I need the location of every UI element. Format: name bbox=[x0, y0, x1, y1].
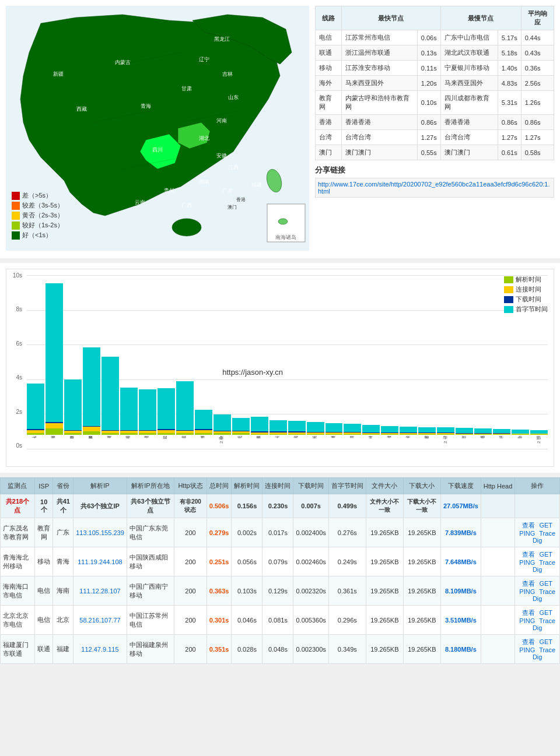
action-查看[interactable]: 查看 bbox=[522, 609, 535, 616]
bar-group[interactable]: 贵州 bbox=[102, 357, 119, 449]
action-dig[interactable]: Dig bbox=[533, 653, 542, 660]
bar-stack[interactable] bbox=[176, 381, 194, 435]
bar-stack[interactable] bbox=[120, 388, 138, 435]
action-dig[interactable]: Dig bbox=[533, 537, 542, 544]
row-ip[interactable]: 112.47.9.115 bbox=[74, 635, 127, 664]
bar-stack[interactable] bbox=[288, 421, 306, 435]
action-trace[interactable]: Trace bbox=[539, 617, 555, 624]
bar-group[interactable]: 兰州 bbox=[344, 424, 361, 449]
speed-line: 香港 bbox=[316, 115, 342, 130]
bar-group[interactable]: 吉林 bbox=[381, 426, 398, 449]
svg-text:内蒙古: 内蒙古 bbox=[115, 59, 131, 65]
bar-group[interactable]: 广州 bbox=[288, 421, 306, 449]
bar-stack[interactable] bbox=[64, 379, 82, 435]
bar-stack[interactable] bbox=[344, 424, 361, 435]
action-查看[interactable]: 查看 bbox=[522, 638, 535, 645]
bar-stack[interactable] bbox=[530, 430, 548, 435]
action-get[interactable]: GET bbox=[539, 551, 552, 558]
bar-stack[interactable] bbox=[437, 427, 454, 435]
action-查看[interactable]: 查看 bbox=[522, 551, 535, 558]
bar-group[interactable]: 湖北 bbox=[139, 389, 156, 449]
action-get[interactable]: GET bbox=[539, 638, 552, 645]
bar-stack[interactable] bbox=[362, 425, 380, 435]
bar-stack[interactable] bbox=[418, 427, 436, 435]
ip-link[interactable]: 112.47.9.115 bbox=[81, 646, 118, 653]
action-trace[interactable]: Trace bbox=[539, 646, 555, 653]
ip-link[interactable]: 111.12.28.107 bbox=[79, 588, 120, 595]
bar-stack[interactable] bbox=[102, 357, 119, 435]
action-ping[interactable]: PING bbox=[519, 530, 535, 537]
bar-group[interactable]: 浙江2 bbox=[530, 430, 548, 449]
action-dig[interactable]: Dig bbox=[533, 566, 542, 573]
action-trace[interactable]: Trace bbox=[539, 559, 555, 566]
bar-stack[interactable] bbox=[456, 428, 473, 435]
action-ping[interactable]: PING bbox=[519, 559, 535, 566]
row-ip[interactable]: 111.19.244.108 bbox=[74, 547, 127, 576]
speed-fastest-time: 0.13s bbox=[417, 45, 440, 61]
summary-speed: 27.057MB/s bbox=[440, 494, 481, 518]
bar-stack[interactable] bbox=[83, 347, 100, 435]
bar-stack[interactable] bbox=[381, 426, 398, 435]
ip-link[interactable]: 58.216.107.77 bbox=[79, 617, 120, 624]
bar-group[interactable]: 甘肃 bbox=[326, 423, 343, 449]
bar-dns bbox=[307, 434, 324, 435]
bar-group[interactable]: 马来西亚 bbox=[83, 347, 100, 449]
bar-stack[interactable] bbox=[326, 423, 343, 435]
bar-stack[interactable] bbox=[251, 417, 268, 435]
bar-group[interactable]: 重庆 bbox=[46, 283, 63, 449]
bar-group[interactable]: 山西 bbox=[307, 422, 324, 449]
bar-stack[interactable] bbox=[232, 418, 250, 435]
action-dig[interactable]: Dig bbox=[533, 595, 542, 602]
action-get[interactable]: GET bbox=[539, 609, 552, 616]
bar-stack[interactable] bbox=[400, 427, 417, 435]
action-trace[interactable]: Trace bbox=[539, 588, 555, 595]
bar-group[interactable]: 香港 bbox=[195, 410, 212, 449]
bar-group[interactable]: 浙江 bbox=[456, 428, 473, 449]
bar-group[interactable]: 四川 bbox=[158, 388, 175, 449]
share-link-url[interactable]: http://www.17ce.com/site/http/20200702_e… bbox=[315, 178, 554, 198]
bar-group[interactable]: 山东 bbox=[270, 420, 287, 449]
row-ip[interactable]: 58.216.107.77 bbox=[74, 606, 127, 635]
bar-group[interactable]: 拉萨 bbox=[176, 381, 194, 449]
ip-link[interactable]: 111.19.244.108 bbox=[78, 558, 122, 565]
bar-stack[interactable] bbox=[158, 388, 175, 435]
action-get[interactable]: GET bbox=[539, 522, 552, 529]
ip-link[interactable]: 113.105.155.239 bbox=[76, 529, 124, 536]
speed-fastest-time: 1.20s bbox=[417, 76, 440, 91]
action-dig[interactable]: Dig bbox=[533, 624, 542, 631]
bar-group[interactable]: 安徽 bbox=[474, 428, 492, 449]
bar-group[interactable]: 上海 bbox=[493, 429, 510, 449]
bar-stack[interactable] bbox=[139, 389, 156, 435]
action-trace[interactable]: Trace bbox=[539, 530, 555, 537]
action-ping[interactable]: PING bbox=[519, 617, 535, 624]
action-get[interactable]: GET bbox=[539, 580, 552, 587]
speed-slowest-time: 5.17s bbox=[498, 30, 521, 45]
action-ping[interactable]: PING bbox=[519, 646, 535, 653]
legend-download-label: 下载时间 bbox=[516, 295, 541, 304]
row-ip[interactable]: 113.105.155.239 bbox=[74, 518, 127, 547]
bar-stack[interactable] bbox=[474, 428, 492, 435]
bar-group[interactable]: 辽宁 bbox=[232, 418, 250, 449]
action-查看[interactable]: 查看 bbox=[522, 522, 535, 529]
bar-stack[interactable] bbox=[214, 414, 231, 435]
action-ping[interactable]: PING bbox=[519, 588, 535, 595]
bar-group[interactable]: 山东2 bbox=[437, 427, 454, 449]
bar-group[interactable]: 陕西 bbox=[418, 427, 436, 449]
bar-group[interactable]: 西藏 bbox=[251, 417, 268, 449]
bar-stack[interactable] bbox=[46, 283, 63, 435]
action-查看[interactable]: 查看 bbox=[522, 580, 535, 587]
bar-group[interactable]: 天北 bbox=[362, 425, 380, 449]
bar-group[interactable]: 广东 bbox=[27, 384, 44, 449]
bar-stack[interactable] bbox=[493, 429, 510, 435]
bar-group[interactable]: 宁夏2 bbox=[214, 414, 231, 449]
bar-stack[interactable] bbox=[512, 430, 529, 435]
bar-group[interactable]: 黑龙江 bbox=[64, 379, 82, 449]
bar-group[interactable]: 北京 bbox=[400, 427, 417, 449]
bar-stack[interactable] bbox=[270, 420, 287, 435]
row-ip[interactable]: 111.12.28.107 bbox=[74, 576, 127, 606]
bar-group[interactable]: 宁夏 bbox=[120, 388, 138, 449]
bar-group[interactable]: 江苏 bbox=[512, 430, 529, 449]
bar-stack[interactable] bbox=[307, 422, 324, 435]
bar-stack[interactable] bbox=[27, 384, 44, 435]
bar-stack[interactable] bbox=[195, 410, 212, 435]
